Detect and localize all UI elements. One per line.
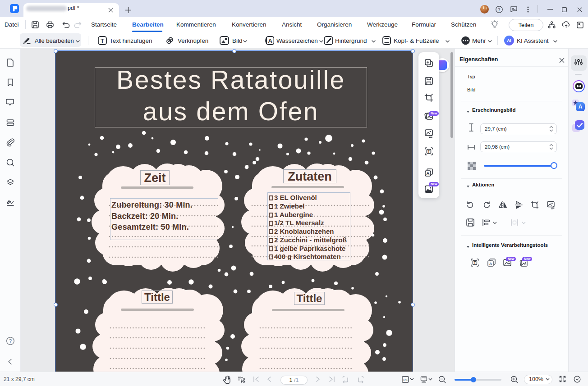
svg-text:?: ? (9, 338, 12, 344)
svg-text:1:1: 1:1 (403, 378, 408, 382)
svg-text:A: A (489, 262, 492, 266)
svg-text:?: ? (498, 7, 500, 12)
svg-text:T: T (427, 149, 430, 154)
svg-text:T: T (101, 37, 104, 44)
svg-text:T: T (473, 260, 476, 265)
svg-text:A: A (268, 37, 273, 44)
svg-text:A: A (427, 171, 430, 176)
